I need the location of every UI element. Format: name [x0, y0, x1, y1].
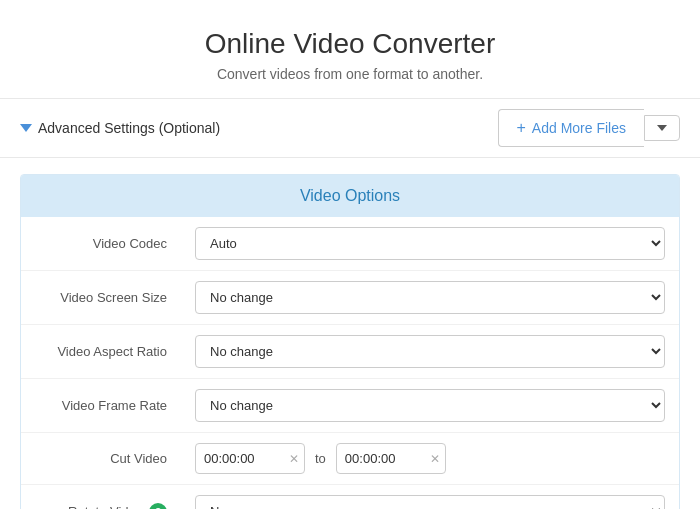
- cut-start-clear[interactable]: ✕: [289, 452, 299, 466]
- page-subtitle: Convert videos from one format to anothe…: [20, 66, 680, 82]
- cut-end-wrapper: ✕: [336, 443, 446, 474]
- add-files-dropdown-button[interactable]: [644, 115, 680, 141]
- page-title: Online Video Converter: [20, 28, 680, 60]
- plus-icon: +: [517, 119, 526, 137]
- option-label-video-codec: Video Codec: [21, 217, 181, 271]
- option-control: No change24253060: [181, 379, 679, 433]
- option-control: ✕to✕: [181, 433, 679, 485]
- cut-start-wrapper: ✕: [195, 443, 305, 474]
- main-content: Video Options Video CodecAutoH.264H.265M…: [0, 158, 700, 509]
- video-options-header: Video Options: [21, 175, 679, 217]
- option-control: None90° Clockwise180°90° Counter-Clockwi…: [181, 485, 679, 510]
- toolbar: Advanced Settings (Optional) + Add More …: [0, 98, 700, 158]
- table-row: Video Frame RateNo change24253060: [21, 379, 679, 433]
- chevron-down-icon: [657, 125, 667, 131]
- triangle-down-icon: [20, 124, 32, 132]
- table-row: Video Screen SizeNo change640x4801280x72…: [21, 271, 679, 325]
- advanced-settings-label: Advanced Settings (Optional): [38, 120, 220, 136]
- select-video-aspect-ratio[interactable]: No change4:316:91:1: [195, 335, 665, 368]
- select-video-codec[interactable]: AutoH.264H.265MPEG-4VP9: [195, 227, 665, 260]
- cut-end-clear[interactable]: ✕: [430, 452, 440, 466]
- option-control: No change640x4801280x7201920x1080: [181, 271, 679, 325]
- options-table: Video CodecAutoH.264H.265MPEG-4VP9Video …: [21, 217, 679, 509]
- rotate-label-text: Rotate Video: [68, 504, 143, 509]
- table-row: Video CodecAutoH.264H.265MPEG-4VP9: [21, 217, 679, 271]
- rotate-video-label: Rotate Video?: [21, 485, 181, 510]
- option-label-video-aspect-ratio: Video Aspect Ratio: [21, 325, 181, 379]
- cut-video-control: ✕to✕: [195, 443, 665, 474]
- cut-video-label: Cut Video: [21, 433, 181, 485]
- advanced-settings-toggle[interactable]: Advanced Settings (Optional): [20, 120, 220, 136]
- select-video-screen-size[interactable]: No change640x4801280x7201920x1080: [195, 281, 665, 314]
- to-label: to: [315, 451, 326, 466]
- option-control: No change4:316:91:1: [181, 325, 679, 379]
- table-row: Video Aspect RatioNo change4:316:91:1: [21, 325, 679, 379]
- option-control: AutoH.264H.265MPEG-4VP9: [181, 217, 679, 271]
- option-label-video-frame-rate: Video Frame Rate: [21, 379, 181, 433]
- add-files-label: Add More Files: [532, 120, 626, 136]
- rotate-label-wrapper: Rotate Video?: [35, 503, 167, 510]
- add-files-button[interactable]: + Add More Files: [498, 109, 645, 147]
- toolbar-right: + Add More Files: [498, 109, 681, 147]
- option-label-video-screen-size: Video Screen Size: [21, 271, 181, 325]
- select-rotate-video[interactable]: None90° Clockwise180°90° Counter-Clockwi…: [195, 495, 665, 509]
- help-icon[interactable]: ?: [149, 503, 167, 510]
- video-options-section: Video Options Video CodecAutoH.264H.265M…: [20, 174, 680, 509]
- select-video-frame-rate[interactable]: No change24253060: [195, 389, 665, 422]
- table-row: Cut Video✕to✕: [21, 433, 679, 485]
- table-row: Rotate Video?None90° Clockwise180°90° Co…: [21, 485, 679, 510]
- page-header: Online Video Converter Convert videos fr…: [0, 0, 700, 98]
